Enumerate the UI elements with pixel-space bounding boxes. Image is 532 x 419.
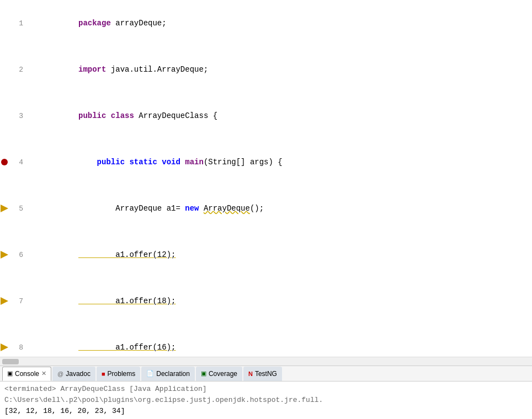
tab-declaration-label: Declaration [156, 370, 190, 378]
line-number-8: 8 [0, 343, 28, 352]
code-text-4: public static void main(String[] args) { [28, 139, 532, 185]
code-line-8: 8 a1.offer(16); [0, 324, 532, 357]
tabs-bar: ▣ Console ✕ @ Javadoc ■ Problems 📄 Decla… [0, 366, 532, 382]
code-text-5: ArrayDeque a1= new ArrayDeque(); [28, 185, 532, 232]
tab-javadoc[interactable]: @ Javadoc [52, 367, 95, 381]
horizontal-scrollbar[interactable] [0, 357, 532, 366]
code-line-6: 6 a1.offer(12); [0, 232, 532, 278]
declaration-icon: 📄 [146, 370, 154, 377]
tab-problems-label: Problems [108, 370, 136, 378]
console-output: <terminated> ArrayDequeClass [Java Appli… [0, 382, 532, 419]
tab-console-label: Console [15, 370, 39, 378]
tab-console[interactable]: ▣ Console ✕ [2, 367, 51, 381]
line-number-2: 2 [0, 66, 28, 74]
problems-icon: ■ [102, 370, 105, 377]
code-text-7: a1.offer(18); [28, 278, 532, 324]
code-text-1: package arrayDeque; [28, 0, 532, 46]
output-line: [32, 12, 18, 16, 20, 23, 34] [4, 406, 528, 417]
tab-problems[interactable]: ■ Problems [97, 367, 140, 381]
debug-arrow-8 [0, 343, 9, 352]
code-text-6: a1.offer(12); [28, 232, 532, 278]
debug-arrow-7 [0, 297, 9, 305]
tab-declaration[interactable]: 📄 Declaration [141, 367, 195, 381]
code-text-3: public class ArrayDequeClass { [28, 93, 532, 139]
line-number-4: 4 [0, 158, 28, 166]
code-line-5: 5 ArrayDeque a1= new ArrayDeque(); [0, 185, 532, 232]
code-lines: 1 package arrayDeque; 2 import java.util… [0, 0, 532, 357]
coverage-icon: ▣ [201, 370, 206, 377]
scroll-thumb[interactable] [2, 359, 19, 364]
code-line-7: 7 a1.offer(18); [0, 278, 532, 324]
bottom-panel: ▣ Console ✕ @ Javadoc ■ Problems 📄 Decla… [0, 366, 532, 419]
line-number-6: 6 [0, 251, 28, 259]
console-icon: ▣ [7, 370, 13, 377]
code-text-2: import java.util.ArrayDeque; [28, 46, 532, 93]
tab-testng[interactable]: N TestNG [243, 367, 282, 381]
debug-arrow-6 [0, 250, 9, 259]
breakpoint-icon-4[interactable] [0, 158, 9, 166]
tab-console-close[interactable]: ✕ [41, 370, 46, 377]
tab-coverage-label: Coverage [209, 370, 237, 378]
code-line-2: 2 import java.util.ArrayDeque; [0, 46, 532, 93]
testng-icon: N [248, 370, 253, 377]
tab-coverage[interactable]: ▣ Coverage [196, 367, 242, 381]
line-number-5: 5 [0, 205, 28, 213]
code-line-3: 3 public class ArrayDequeClass { [0, 93, 532, 139]
line-number-1: 1 [0, 19, 28, 28]
line-number-3: 3 [0, 112, 28, 120]
javadoc-icon: @ [57, 370, 63, 377]
terminated-line: <terminated> ArrayDequeClass [Java Appli… [4, 384, 528, 406]
line-number-7: 7 [0, 297, 28, 305]
code-editor[interactable]: 1 package arrayDeque; 2 import java.util… [0, 0, 532, 366]
tab-javadoc-label: Javadoc [66, 370, 91, 378]
code-text-8: a1.offer(16); [28, 324, 532, 357]
code-content: 1 package arrayDeque; 2 import java.util… [0, 0, 532, 357]
code-line-4: 4 public static void main(String[] args)… [0, 139, 532, 185]
code-line-1: 1 package arrayDeque; [0, 0, 532, 46]
debug-arrow-5 [0, 204, 9, 213]
tab-testng-label: TestNG [255, 370, 277, 378]
